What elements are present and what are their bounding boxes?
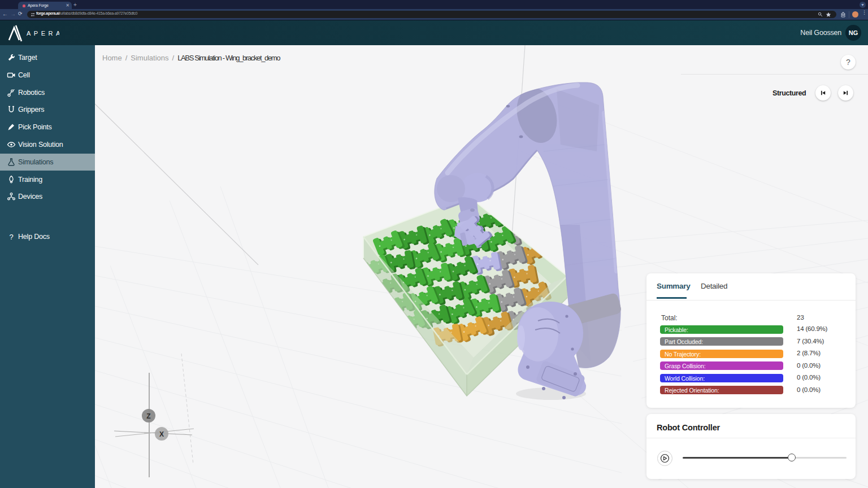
svg-text:APERA: APERA bbox=[27, 30, 59, 37]
svg-text:Z: Z bbox=[146, 412, 150, 420]
svg-text:X: X bbox=[159, 430, 164, 438]
svg-text:?: ? bbox=[9, 233, 13, 241]
